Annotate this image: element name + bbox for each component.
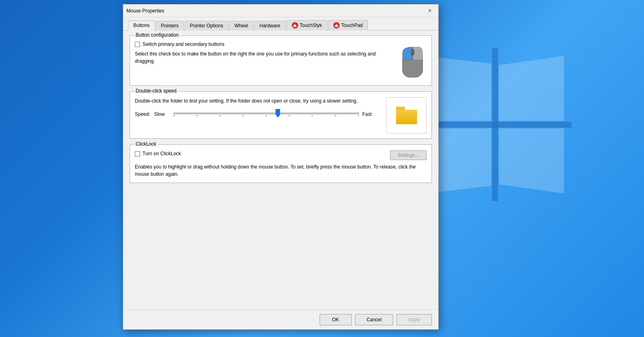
tab-wheel-label: Wheel <box>234 23 248 29</box>
button-config-content: Switch primary and secondary buttons Sel… <box>135 41 427 80</box>
clicklock-group: ClickLock Turn on ClickLock Settings... … <box>130 144 432 183</box>
tab-hardware[interactable]: Hardware <box>254 21 285 31</box>
tab-pointer-options[interactable]: Pointer Options <box>185 21 229 31</box>
clicklock-checkbox[interactable] <box>135 151 140 156</box>
clicklock-row: Turn on ClickLock Settings... <box>135 150 427 160</box>
button-config-group: Button configuration Switch primary and … <box>130 35 432 86</box>
slider-dots <box>173 115 359 116</box>
folder-test-area[interactable] <box>386 97 427 134</box>
button-config-left: Switch primary and secondary buttons Sel… <box>135 41 390 65</box>
double-click-content: Double-click the folder to test your set… <box>135 97 427 134</box>
touchpad-icon <box>333 22 340 29</box>
tab-hardware-label: Hardware <box>259 23 280 29</box>
clicklock-legend: ClickLock <box>134 141 158 147</box>
primary-secondary-checkbox[interactable] <box>135 42 140 47</box>
tab-touchstyk-label: TouchStyk <box>300 23 322 28</box>
slider-dot-3 <box>220 115 221 116</box>
mouse-illustration-container <box>398 41 427 80</box>
double-click-group: Double-click speed Double-click the fold… <box>130 91 432 139</box>
tab-touchpad-label: TouchPad <box>341 23 363 28</box>
slider-dot-7 <box>312 115 313 116</box>
folder-icon <box>396 107 417 124</box>
fast-label: Fast <box>362 111 378 117</box>
speed-slider-track <box>173 113 359 114</box>
button-config-description: Select this check box to make the button… <box>135 50 390 65</box>
ok-button[interactable]: OK <box>320 314 352 325</box>
tab-pointer-options-label: Pointer Options <box>190 23 223 29</box>
cancel-button[interactable]: Cancel <box>355 314 393 325</box>
clicklock-label: Turn on ClickLock <box>142 151 181 156</box>
dialog-body: Button configuration Switch primary and … <box>123 31 438 310</box>
clicklock-description: Enables you to highlight or drag without… <box>135 163 427 178</box>
slider-dot-2 <box>196 115 198 116</box>
slider-dot-9 <box>358 115 359 116</box>
tab-pointers[interactable]: Pointers <box>156 21 184 31</box>
double-click-legend: Double-click speed <box>134 88 178 94</box>
button-config-legend: Button configuration <box>134 32 180 38</box>
slider-dot-6 <box>289 115 290 116</box>
tab-buttons[interactable]: Buttons <box>128 21 155 31</box>
slider-dot-5 <box>266 115 267 116</box>
clicklock-settings-button[interactable]: Settings... <box>390 150 427 160</box>
slider-dot-1 <box>173 115 175 116</box>
clicklock-content: Turn on ClickLock Settings... Enables yo… <box>135 150 427 178</box>
slider-dot-4 <box>243 115 244 116</box>
apply-button[interactable]: Apply <box>396 314 432 325</box>
tab-pointers-label: Pointers <box>161 23 179 29</box>
dialog-title: Mouse Properties <box>126 8 164 14</box>
double-click-description: Double-click the folder to test your set… <box>135 97 378 105</box>
slider-dot-8 <box>335 115 336 116</box>
close-button[interactable]: × <box>425 6 435 15</box>
tab-wheel[interactable]: Wheel <box>229 21 253 31</box>
tab-touchstyk[interactable]: TouchStyk <box>287 20 327 31</box>
title-bar: Mouse Properties × <box>123 4 438 17</box>
primary-secondary-row: Switch primary and secondary buttons <box>135 41 390 47</box>
slider-section: Double-click the folder to test your set… <box>135 97 378 120</box>
dialog-footer: OK Cancel Apply <box>123 310 438 329</box>
touchstyk-icon <box>292 22 298 29</box>
speed-label: Speed: <box>135 111 150 117</box>
speed-slider-row: Speed: Slow <box>135 109 378 120</box>
tabs-bar: Buttons Pointers Pointer Options Wheel H… <box>123 17 438 31</box>
speed-slider-thumb[interactable] <box>275 109 280 118</box>
tab-touchpad[interactable]: TouchPad <box>328 20 368 31</box>
primary-secondary-label: Switch primary and secondary buttons <box>142 41 224 47</box>
mouse-svg-icon <box>398 43 427 79</box>
folder-body <box>396 110 417 124</box>
speed-slider-container <box>173 109 359 120</box>
mouse-properties-dialog: Mouse Properties × Buttons Pointers Poin… <box>123 4 439 330</box>
slow-label: Slow <box>154 111 170 117</box>
tab-buttons-label: Buttons <box>133 23 150 28</box>
clicklock-checkbox-row: Turn on ClickLock <box>135 151 181 156</box>
windows-logo <box>419 48 572 201</box>
